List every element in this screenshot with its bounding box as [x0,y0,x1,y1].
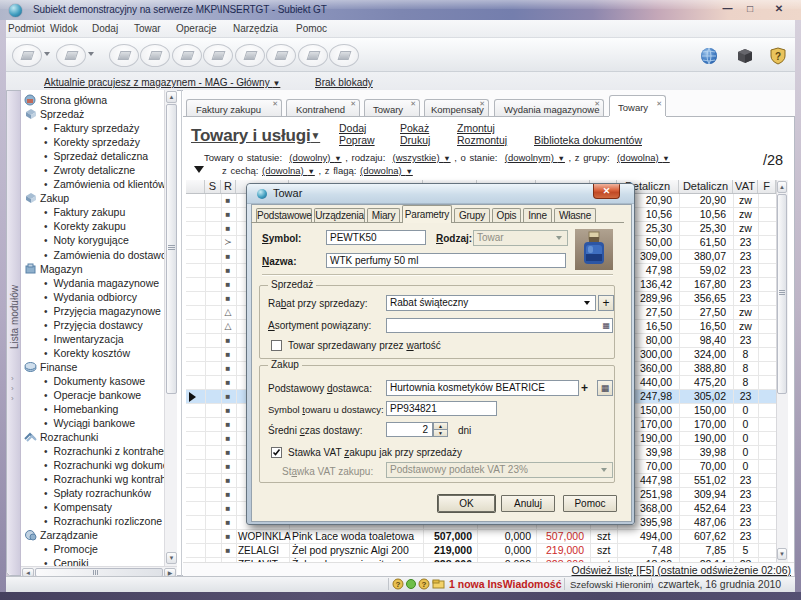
svg-text:?: ? [396,580,401,589]
svg-text:?: ? [775,51,781,62]
svg-text:?: ? [422,580,427,589]
